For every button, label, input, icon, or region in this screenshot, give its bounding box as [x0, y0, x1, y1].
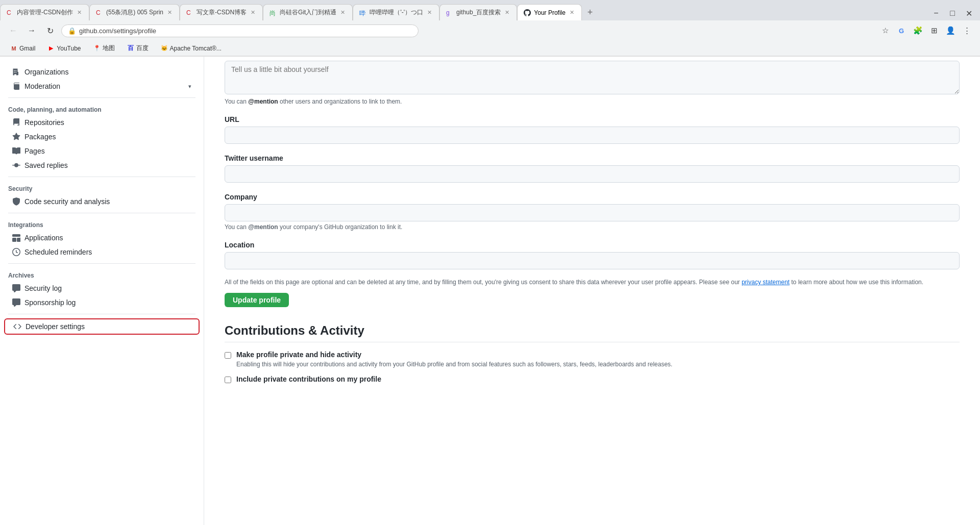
browser-chrome: C 内容管理-CSDN创作 ✕ C (55条消息) 005 Sprin ✕ C …	[0, 0, 980, 57]
privacy-statement-link[interactable]: privacy statement	[742, 279, 790, 286]
toolbar-icons: ☆ G 🧩 ⊞ 👤 ⋮	[878, 23, 974, 38]
address-bar[interactable]: 🔒 github.com/settings/profile	[61, 24, 419, 37]
tab-5[interactable]: 哔 哔哩哔哩（'-'）つ口 ✕	[353, 4, 439, 20]
tab-close-1[interactable]: ✕	[76, 8, 83, 17]
moderation-icon	[12, 82, 20, 90]
saved-replies-icon	[12, 161, 20, 169]
sidebar-item-saved-replies[interactable]: Saved replies	[4, 158, 200, 172]
tab-close-6[interactable]: ✕	[504, 8, 510, 17]
new-tab-button[interactable]: +	[582, 4, 598, 20]
twitter-input[interactable]	[225, 165, 960, 183]
tab-title-1: 内容管理-CSDN创作	[17, 8, 73, 17]
include-private-label[interactable]: Include private contributions on my prof…	[236, 375, 381, 383]
reload-button[interactable]: ↻	[43, 23, 57, 38]
sidebar-item-repositories[interactable]: Repositories	[4, 115, 200, 130]
youtube-favicon: ▶	[47, 45, 55, 52]
split-view-button[interactable]: ⊞	[927, 23, 941, 38]
applications-icon	[12, 234, 20, 242]
bookmark-youtube-label: YouTube	[57, 45, 81, 52]
minimize-button[interactable]: −	[929, 6, 943, 20]
organizations-label: Organizations	[24, 68, 191, 76]
tab-7[interactable]: Your Profile ✕	[517, 4, 582, 20]
bookmark-youtube[interactable]: ▶ YouTube	[43, 44, 85, 53]
developer-settings-label: Developer settings	[26, 322, 190, 331]
developer-settings-icon	[13, 322, 21, 331]
url-input[interactable]	[225, 127, 960, 144]
tab-6[interactable]: g github_百度搜索 ✕	[439, 4, 517, 20]
tab-close-3[interactable]: ✕	[250, 8, 256, 17]
tab-favicon-3: C	[186, 9, 193, 16]
extensions-button[interactable]: 🧩	[911, 23, 925, 38]
back-button[interactable]: ←	[6, 23, 20, 38]
sidebar-item-organizations[interactable]: Organizations	[4, 65, 200, 79]
tab-favicon-7	[524, 9, 531, 16]
sidebar-item-moderation[interactable]: Moderation ▾	[4, 79, 200, 93]
repositories-label: Repositories	[24, 118, 191, 127]
sidebar-item-pages[interactable]: Pages	[4, 144, 200, 158]
make-private-row: Make profile private and hide activity E…	[225, 351, 960, 369]
update-profile-button[interactable]: Update profile	[225, 293, 289, 307]
browser-toolbar: ← → ↻ 🔒 github.com/settings/profile ☆ G …	[0, 20, 980, 41]
tab-3[interactable]: C 写文章-CSDN博客 ✕	[180, 4, 263, 20]
tab-title-6: github_百度搜索	[456, 8, 501, 17]
sponsorship-log-label: Sponsorship log	[24, 298, 191, 307]
code-security-icon	[12, 197, 20, 206]
bookmark-maps[interactable]: 📍 地图	[89, 43, 119, 54]
fields-note: All of the fields on this page are optio…	[225, 278, 960, 287]
location-input[interactable]	[225, 252, 960, 269]
maps-favicon: 📍	[93, 45, 101, 52]
lock-icon: 🔒	[68, 27, 76, 35]
content-area: You can @mention other users and organiz…	[204, 57, 980, 525]
twitter-label: Twitter username	[225, 154, 960, 162]
bookmark-baidu-label: 百度	[136, 44, 149, 53]
bookmark-star-button[interactable]: ☆	[878, 23, 892, 38]
tab-title-5: 哔哩哔哩（'-'）つ口	[370, 8, 423, 17]
tab-title-3: 写文章-CSDN博客	[197, 8, 247, 17]
bookmark-gmail-label: Gmail	[19, 45, 35, 52]
sidebar-item-scheduled-reminders[interactable]: Scheduled reminders	[4, 245, 200, 259]
tab-close-7[interactable]: ✕	[569, 8, 575, 17]
sidebar-item-sponsorship-log[interactable]: Sponsorship log	[4, 295, 200, 310]
main-layout: Organizations Moderation ▾ Code, plannin…	[0, 57, 980, 525]
close-window-button[interactable]: ✕	[962, 6, 976, 20]
tab-2[interactable]: C (55条消息) 005 Sprin ✕	[89, 4, 180, 20]
profile-button[interactable]: 👤	[943, 23, 958, 38]
bio-textarea[interactable]	[225, 61, 960, 94]
tab-4[interactable]: 尚 尚硅谷Git入门到精通 ✕	[263, 4, 353, 20]
forward-button[interactable]: →	[24, 23, 39, 38]
include-private-label-group: Include private contributions on my prof…	[236, 375, 381, 383]
company-note: You can @mention your company's GitHub o…	[225, 223, 960, 231]
divider-5	[8, 314, 195, 314]
bookmark-tomcat[interactable]: 🐱 Apache Tomcat®...	[157, 44, 226, 53]
sponsorship-log-icon	[12, 298, 20, 307]
bookmark-gmail[interactable]: M Gmail	[6, 44, 39, 53]
bookmark-maps-label: 地图	[103, 44, 115, 53]
browser-tabs: C 内容管理-CSDN创作 ✕ C (55条消息) 005 Sprin ✕ C …	[0, 0, 980, 20]
tab-1[interactable]: C 内容管理-CSDN创作 ✕	[0, 4, 89, 20]
menu-button[interactable]: ⋮	[960, 23, 974, 38]
tab-close-4[interactable]: ✕	[339, 8, 346, 17]
make-private-checkbox[interactable]	[225, 352, 231, 359]
make-private-label[interactable]: Make profile private and hide activity	[236, 351, 361, 359]
google-icon-button[interactable]: G	[894, 23, 909, 38]
sidebar-item-applications[interactable]: Applications	[4, 231, 200, 245]
tab-title-7: Your Profile	[534, 9, 566, 16]
maximize-button[interactable]: □	[945, 6, 960, 20]
security-log-label: Security log	[24, 284, 191, 292]
code-security-label: Code security and analysis	[24, 197, 191, 206]
sidebar-item-packages[interactable]: Packages	[4, 130, 200, 144]
tab-close-5[interactable]: ✕	[426, 8, 433, 17]
company-input[interactable]	[225, 204, 960, 221]
bookmarks-bar: M Gmail ▶ YouTube 📍 地图 百 百度 🐱 Apache Tom…	[0, 41, 980, 56]
sidebar-item-security-log[interactable]: Security log	[4, 281, 200, 295]
tab-favicon-1: C	[7, 9, 14, 16]
include-private-checkbox[interactable]	[225, 377, 231, 383]
sidebar-item-developer-settings[interactable]: Developer settings	[4, 318, 200, 335]
divider-1	[8, 97, 195, 98]
tab-close-2[interactable]: ✕	[166, 8, 173, 17]
contributions-divider	[225, 342, 960, 342]
sidebar-item-code-security[interactable]: Code security and analysis	[4, 194, 200, 209]
tab-favicon-2: C	[96, 9, 103, 16]
bookmark-baidu[interactable]: 百 百度	[123, 43, 153, 54]
section-security: Security	[0, 181, 204, 194]
